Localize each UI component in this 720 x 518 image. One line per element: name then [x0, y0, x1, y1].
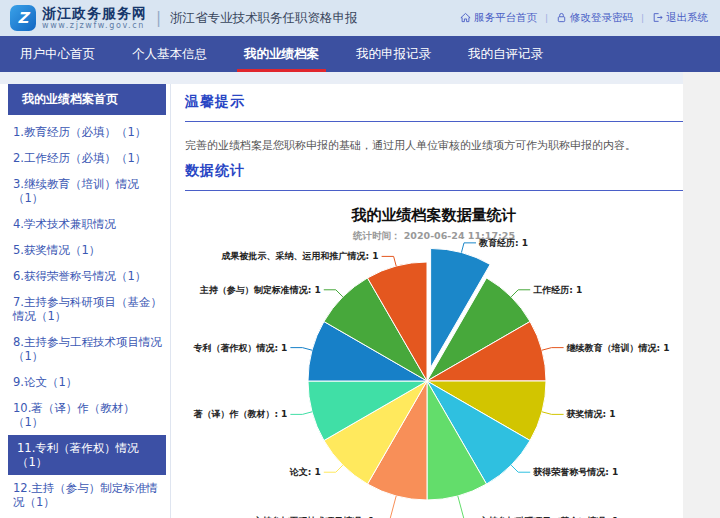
main-panel: 温馨提示 完善的业绩档案是您职称申报的基础，通过用人单位审核的业绩项方可作为职称… — [185, 84, 683, 243]
sidebar-item-12[interactable]: 12.主持（参与）制定标准情况（1） — [8, 475, 166, 515]
pie-label-2: 继续教育（培训）情况: 1 — [566, 342, 670, 353]
pie-label-4: 获得荣誉称号情况: 1 — [532, 467, 618, 477]
home-icon — [460, 12, 471, 25]
top-link-logout[interactable]: 退出系统 — [652, 11, 708, 25]
tip-section-title: 温馨提示 — [185, 93, 683, 111]
site-name: 浙江政务服务网 — [42, 6, 147, 20]
sidebar: 我的业绩档案首页 1.教育经历（必填）（1）2.工作经历（必填）（1）3.继续教… — [8, 84, 166, 518]
pie-label-line-7 — [324, 465, 343, 472]
page-right-margin — [683, 72, 720, 518]
logout-icon — [652, 12, 663, 25]
sidebar-item-4[interactable]: 4.学术技术兼职情况 — [8, 211, 166, 237]
stats-section-title: 数据统计 — [185, 162, 683, 180]
top-link-separator: | — [545, 13, 548, 23]
pie-label-line-0 — [461, 243, 476, 253]
pie-label-line-1 — [511, 290, 530, 297]
sidebar-item-7[interactable]: 7.主持参与科研项目（基金）情况（1） — [8, 289, 166, 329]
pie-label-0: 教育经历: 1 — [478, 237, 528, 248]
pie-label-1: 工作经历: 1 — [533, 285, 582, 295]
pie-chart: 教育经历: 1工作经历: 1继续教育（培训）情况: 1获奖情况: 1获得荣誉称号… — [178, 231, 684, 518]
pie-chart-svg: 教育经历: 1工作经历: 1继续教育（培训）情况: 1获奖情况: 1获得荣誉称号… — [178, 231, 684, 518]
sidebar-item-5[interactable]: 5.获奖情况（1） — [8, 237, 166, 263]
pie-label-3: 获奖情况: 1 — [566, 409, 616, 419]
page-title: 浙江省专业技术职务任职资格申报 — [170, 10, 358, 27]
nav-item-1[interactable]: 个人基本信息 — [120, 36, 219, 72]
chart-title: 我的业绩档案数据量统计 — [185, 206, 683, 225]
nav-item-3[interactable]: 我的申报记录 — [344, 36, 443, 72]
top-link-label: 退出系统 — [666, 11, 708, 25]
top-link-home[interactable]: 服务平台首页 — [460, 11, 537, 25]
sidebar-home-item[interactable]: 我的业绩档案首页 — [8, 84, 166, 115]
top-link-label: 服务平台首页 — [474, 11, 537, 25]
top-link-separator: | — [641, 13, 644, 23]
sidebar-item-11[interactable]: 11.专利（著作权）情况（1） — [8, 435, 166, 475]
pie-label-11: 成果被批示、采纳、运用和推广情况: 1 — [221, 251, 379, 261]
top-header-bar: Z 浙江政务服务网 www.zjzwfw.gov.cn | 浙江省专业技术职务任… — [0, 0, 720, 36]
tip-text: 完善的业绩档案是您职称申报的基础，通过用人单位审核的业绩项方可作为职称申报的内容… — [185, 138, 683, 153]
pie-label-7: 论文: 1 — [289, 467, 321, 477]
nav-content-gap — [0, 72, 720, 84]
stats-rule — [185, 190, 683, 191]
sidebar-item-10[interactable]: 10.著（译）作（教材）（1） — [8, 395, 166, 435]
sidebar-item-9[interactable]: 9.论文（1） — [8, 369, 166, 395]
sidebar-divider — [170, 84, 171, 518]
nav-item-2[interactable]: 我的业绩档案 — [232, 36, 331, 72]
site-brand: 浙江政务服务网 www.zjzwfw.gov.cn — [42, 6, 147, 30]
lock-icon — [556, 12, 567, 25]
site-logo-icon: Z — [10, 5, 36, 31]
pie-label-line-8 — [290, 412, 312, 415]
nav-item-0[interactable]: 用户中心首页 — [8, 36, 107, 72]
pie-label-9: 专利（著作权）情况: 1 — [192, 343, 287, 353]
pie-label-line-3 — [542, 412, 564, 415]
pie-label-8: 著（译）作（教材）: 1 — [193, 409, 287, 419]
top-link-label: 修改登录密码 — [570, 11, 633, 25]
sidebar-item-8[interactable]: 8.主持参与工程技术项目情况（1） — [8, 329, 166, 369]
tip-rule — [185, 121, 683, 122]
top-links: 服务平台首页|修改登录密码|退出系统 — [460, 11, 708, 25]
nav-item-4[interactable]: 我的自评记录 — [456, 36, 555, 72]
pie-label-10: 主持（参与）制定标准情况: 1 — [199, 285, 321, 295]
pie-label-line-4 — [511, 465, 530, 472]
site-url: www.zjzwfw.gov.cn — [42, 22, 147, 30]
pie-label-line-5 — [458, 496, 477, 518]
pie-label-line-11 — [382, 256, 397, 266]
sidebar-item-3[interactable]: 3.继续教育（培训）情况（1） — [8, 171, 166, 211]
pie-label-line-6 — [377, 496, 396, 518]
pie-label-line-9 — [290, 348, 312, 351]
pie-label-line-2 — [542, 348, 564, 351]
sidebar-item-2[interactable]: 2.工作经历（必填）（1） — [8, 145, 166, 171]
main-nav: 用户中心首页个人基本信息我的业绩档案我的申报记录我的自评记录 — [0, 36, 720, 72]
sidebar-item-1[interactable]: 1.教育经历（必填）（1） — [8, 119, 166, 145]
top-link-lock[interactable]: 修改登录密码 — [556, 11, 633, 25]
pie-label-line-10 — [324, 290, 343, 297]
sidebar-item-6[interactable]: 6.获得荣誉称号情况（1） — [8, 263, 166, 289]
sidebar-list: 1.教育经历（必填）（1）2.工作经历（必填）（1）3.继续教育（培训）情况（1… — [8, 119, 166, 518]
brand-divider: | — [156, 9, 161, 27]
